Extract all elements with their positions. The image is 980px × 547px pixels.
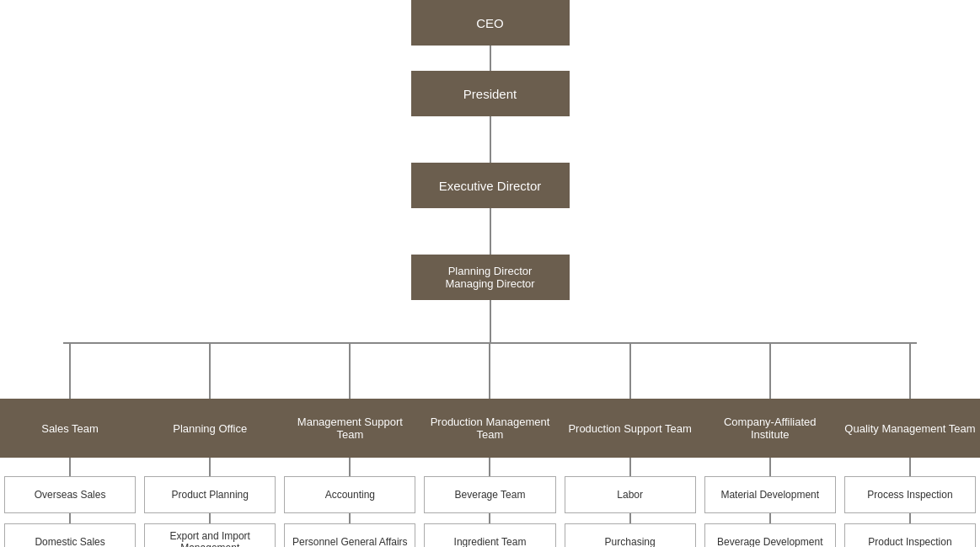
prod-support-header: Production Support Team bbox=[560, 399, 700, 458]
president-label: President bbox=[463, 87, 517, 101]
conn-president-executive bbox=[490, 116, 491, 163]
affiliated-header: Company-Affiliated Institute bbox=[700, 399, 840, 458]
dept-col-quality: Quality Management Team Process Inspecti… bbox=[840, 342, 980, 547]
product-inspection-box: Product Inspection bbox=[844, 523, 976, 547]
labor-label: Labor bbox=[617, 489, 643, 501]
material-dev-box: Material Development bbox=[704, 476, 836, 513]
overseas-sales-label: Overseas Sales bbox=[35, 489, 106, 501]
domestic-sales-label: Domestic Sales bbox=[35, 536, 104, 547]
mgmt-support-label: Management Support Team bbox=[283, 416, 416, 441]
accounting-label: Accounting bbox=[325, 489, 375, 501]
purchasing-label: Purchasing bbox=[605, 536, 656, 547]
conn-mgmt-v bbox=[349, 342, 351, 399]
beverage-team-label: Beverage Team bbox=[455, 489, 526, 501]
dept-col-prod-support: Production Support Team Labor Purchasing… bbox=[560, 342, 700, 547]
purchasing-box: Purchasing bbox=[565, 523, 696, 547]
beverage-dev-label: Beverage Development bbox=[717, 536, 822, 547]
conn-prod-mgmt-v bbox=[489, 342, 490, 399]
conn-prod-support-v bbox=[629, 342, 631, 399]
product-planning-box: Product Planning bbox=[144, 476, 276, 513]
executive-box: Executive Director bbox=[411, 163, 570, 208]
conn-quality-v bbox=[909, 342, 911, 399]
dept-col-prod-mgmt: Production Management Team Beverage Team… bbox=[420, 342, 560, 547]
departments-container: Sales Team Overseas Sales Domestic Sales… bbox=[0, 342, 980, 547]
conn-sales-v bbox=[69, 344, 71, 399]
process-inspection-box: Process Inspection bbox=[844, 476, 976, 513]
ingredient-team-label: Ingredient Team bbox=[454, 536, 527, 547]
planning-dir-box: Planning Director Managing Director bbox=[411, 255, 570, 300]
ingredient-team-box: Ingredient Team bbox=[424, 523, 555, 547]
process-inspection-label: Process Inspection bbox=[867, 489, 952, 501]
horiz-connector bbox=[63, 342, 917, 344]
export-import-label: Export and Import Management bbox=[148, 530, 271, 547]
beverage-dev-box: Beverage Development bbox=[704, 523, 836, 547]
mgmt-support-header: Management Support Team bbox=[280, 399, 420, 458]
ceo-box: CEO bbox=[411, 0, 570, 46]
conn-ceo-president bbox=[490, 46, 491, 71]
conn-sales-sub bbox=[69, 458, 71, 476]
prod-mgmt-header: Production Management Team bbox=[420, 399, 560, 458]
top-hierarchy: CEO President Executive Director Plannin… bbox=[411, 0, 570, 300]
prod-mgmt-label: Production Management Team bbox=[423, 416, 556, 441]
planning-dir-line2: Managing Director bbox=[445, 277, 534, 290]
quality-header: Quality Management Team bbox=[840, 399, 980, 458]
departments-row: Sales Team Overseas Sales Domestic Sales… bbox=[0, 342, 980, 547]
planning-office-header: Planning Office bbox=[140, 399, 280, 458]
sales-team-label: Sales Team bbox=[41, 422, 99, 435]
beverage-team-box: Beverage Team bbox=[424, 476, 555, 513]
accounting-box: Accounting bbox=[284, 476, 415, 513]
sales-team-header: Sales Team bbox=[0, 399, 140, 458]
conn-planning-v bbox=[209, 342, 211, 399]
personnel-box: Personnel General Affairs bbox=[284, 523, 415, 547]
president-box: President bbox=[411, 71, 570, 116]
dept-col-sales: Sales Team Overseas Sales Domestic Sales… bbox=[0, 342, 140, 547]
planning-dir-line1: Planning Director bbox=[448, 265, 533, 277]
material-dev-label: Material Development bbox=[720, 489, 819, 501]
conn-executive-planning bbox=[490, 208, 491, 255]
dept-col-company-affiliated: Company-Affiliated Institute Material De… bbox=[700, 342, 840, 547]
labor-box: Labor bbox=[565, 476, 696, 513]
overseas-sales-box: Overseas Sales bbox=[4, 476, 136, 513]
quality-label: Quality Management Team bbox=[844, 422, 975, 435]
dept-col-mgmt-support: Management Support Team Accounting Perso… bbox=[280, 342, 420, 547]
product-inspection-label: Product Inspection bbox=[868, 536, 951, 547]
dept-col-planning: Planning Office Product Planning Export … bbox=[140, 342, 280, 547]
org-chart: CEO President Executive Director Plannin… bbox=[0, 0, 980, 547]
executive-label: Executive Director bbox=[439, 179, 542, 193]
export-import-box: Export and Import Management bbox=[144, 523, 276, 547]
personnel-label: Personnel General Affairs bbox=[292, 536, 408, 547]
ceo-label: CEO bbox=[476, 16, 504, 30]
product-planning-label: Product Planning bbox=[172, 489, 249, 501]
prod-support-label: Production Support Team bbox=[568, 422, 691, 435]
planning-office-label: Planning Office bbox=[173, 422, 247, 435]
conn-to-departments bbox=[490, 300, 491, 342]
conn-affiliated-v bbox=[769, 342, 771, 399]
affiliated-label: Company-Affiliated Institute bbox=[704, 416, 837, 441]
domestic-sales-box: Domestic Sales bbox=[4, 523, 136, 547]
